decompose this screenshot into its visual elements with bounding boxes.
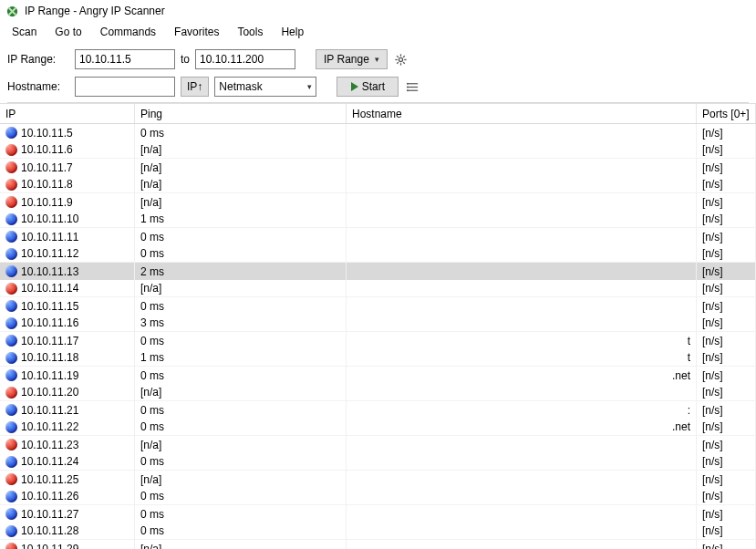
cell-ports: [n/s] [697,280,756,297]
cell-ports: [n/s] [697,419,756,436]
table-row[interactable]: 10.10.11.9[n/a][n/s] [0,193,756,211]
table-row[interactable]: 10.10.11.260 ms[n/s] [0,488,756,505]
ip-text: 10.10.11.9 [21,196,73,209]
cell-hostname [347,453,697,471]
table-row[interactable]: 10.10.11.25[n/a][n/s] [0,471,756,488]
ip-to-input[interactable] [195,49,295,69]
column-header-ports[interactable]: Ports [0+] [697,104,756,123]
cell-hostname: : [347,401,697,419]
table-row[interactable]: 10.10.11.181 mst[n/s] [0,349,756,367]
menu-commands[interactable]: Commands [92,24,164,40]
cell-hostname [347,384,697,401]
ip-up-button[interactable]: IP↑ [181,77,209,97]
cell-ip: 10.10.11.18 [0,349,135,367]
cell-hostname [347,263,697,280]
status-blue-icon [5,491,17,502]
table-row[interactable]: 10.10.11.110 ms[n/s] [0,228,756,245]
table-row[interactable]: 10.10.11.8[n/a][n/s] [0,176,756,193]
cell-ip: 10.10.11.13 [0,263,135,280]
table-row[interactable]: 10.10.11.163 ms[n/s] [0,315,756,332]
table-row[interactable]: 10.10.11.14[n/a][n/s] [0,280,756,297]
table-row[interactable]: 10.10.11.270 ms[n/s] [0,505,756,523]
gear-icon[interactable] [393,49,409,69]
ip-from-input[interactable] [75,49,175,69]
svg-line-6 [398,56,399,57]
titlebar: IP Range - Angry IP Scanner [0,0,756,22]
table-row[interactable]: 10.10.11.240 ms[n/s] [0,453,756,471]
ip-text: 10.10.11.12 [21,247,78,260]
table-row[interactable]: 10.10.11.220 ms.net[n/s] [0,419,756,436]
cell-ip: 10.10.11.24 [0,453,135,471]
cell-ip: 10.10.11.11 [0,228,135,245]
svg-line-8 [403,56,405,57]
menu-help[interactable]: Help [273,24,312,40]
table-row[interactable]: 10.10.11.101 ms[n/s] [0,211,756,228]
status-red-icon [5,144,17,156]
menu-scan[interactable]: Scan [4,24,45,40]
to-label: to [181,53,190,66]
cell-hostname: t [347,332,697,349]
status-blue-icon [5,300,17,312]
cell-hostname: .net [347,367,697,384]
column-header-ping[interactable]: Ping [135,104,347,123]
cell-hostname [347,436,697,453]
table-row[interactable]: 10.10.11.210 ms:[n/s] [0,401,756,419]
table-row[interactable]: 10.10.11.120 ms[n/s] [0,245,756,263]
ip-text: 10.10.11.25 [21,473,78,486]
ip-text: 10.10.11.29 [21,543,78,550]
cell-ports: [n/s] [697,176,756,193]
menu-favorites[interactable]: Favorites [166,24,227,40]
cell-ip: 10.10.11.27 [0,505,135,523]
cell-ip: 10.10.11.19 [0,367,135,384]
cell-ip: 10.10.11.8 [0,176,135,193]
table-row[interactable]: 10.10.11.7[n/a][n/s] [0,159,756,176]
status-blue-icon [5,231,17,243]
status-blue-icon [5,317,17,329]
cell-ports: [n/s] [697,349,756,367]
cell-hostname [347,141,697,159]
status-blue-icon [5,508,17,520]
cell-ip: 10.10.11.29 [0,540,135,549]
cell-hostname [347,523,697,540]
cell-ping: 1 ms [135,349,347,367]
table-row[interactable]: 10.10.11.29[n/a][n/s] [0,540,756,549]
ip-range-mode-label: IP Range [324,53,369,66]
status-red-icon [5,283,17,295]
table-row[interactable]: 10.10.11.280 ms[n/s] [0,523,756,540]
status-blue-icon [5,335,17,347]
table-row[interactable]: 10.10.11.20[n/a][n/s] [0,384,756,401]
cell-ping: 0 ms [135,505,347,523]
cell-hostname [347,124,697,141]
status-blue-icon [5,127,17,139]
cell-ports: [n/s] [697,523,756,540]
ip-text: 10.10.11.16 [21,316,78,329]
table-row[interactable]: 10.10.11.150 ms[n/s] [0,297,756,315]
cell-ports: [n/s] [697,245,756,263]
table-row[interactable]: 10.10.11.190 ms.net[n/s] [0,367,756,384]
cell-ip: 10.10.11.20 [0,384,135,401]
table-row[interactable]: 10.10.11.50 ms[n/s] [0,124,756,141]
cell-ip: 10.10.11.9 [0,193,135,211]
table-header: IP Ping Hostname Ports [0+] [0,104,756,124]
hostname-input[interactable] [75,77,175,97]
cell-hostname [347,315,697,332]
column-header-ip[interactable]: IP [0,104,135,123]
netmask-combo[interactable]: Netmask ▾ [214,77,316,97]
menu-go-to[interactable]: Go to [47,24,89,40]
table-row[interactable]: 10.10.11.6[n/a][n/s] [0,141,756,159]
cell-ip: 10.10.11.15 [0,297,135,315]
column-header-hostname[interactable]: Hostname [347,104,697,123]
fetchers-icon[interactable] [404,77,420,97]
table-row[interactable]: 10.10.11.132 ms[n/s] [0,263,756,280]
start-button[interactable]: Start [337,77,399,97]
ip-range-mode-button[interactable]: IP Range ▾ [316,49,388,69]
menu-tools[interactable]: Tools [229,24,271,40]
table-row[interactable]: 10.10.11.23[n/a][n/s] [0,436,756,453]
menu-bar: ScanGo toCommandsFavoritesToolsHelp [0,22,756,42]
cell-ping: 0 ms [135,453,347,471]
cell-ip: 10.10.11.10 [0,211,135,228]
table-row[interactable]: 10.10.11.170 mst[n/s] [0,332,756,349]
cell-ip: 10.10.11.28 [0,523,135,540]
toolbar: IP Range: to IP Range ▾ Hostname: IP↑ Ne… [0,42,756,103]
cell-ping: 1 ms [135,211,347,228]
